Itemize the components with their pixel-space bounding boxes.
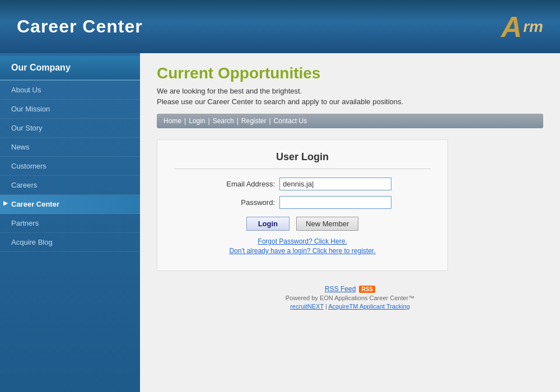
rss-line: RSS Feed RSS — [157, 285, 543, 293]
powered-by: Powered by EON Applications Career Cente… — [157, 295, 543, 301]
forgot-password-link[interactable]: Forgot Password? Click Here. — [174, 237, 431, 245]
login-box: User Login Email Address: Password: Logi… — [157, 139, 448, 271]
recruit-next-link[interactable]: recruitNEXT — [290, 303, 324, 310]
sidebar-section-header[interactable]: Our Company — [0, 56, 140, 81]
email-label: Email Address: — [213, 180, 275, 188]
main-content: Current Opportunities We are looking for… — [140, 53, 560, 392]
acquire-tm-link[interactable]: AcquireTM Applicant Tracking — [328, 303, 410, 310]
main-layout: Our Company About Us Our Mission Our Sto… — [0, 53, 560, 392]
button-row: Login New Member — [174, 217, 431, 231]
password-input[interactable] — [279, 196, 391, 209]
nav-home[interactable]: Home — [164, 117, 181, 125]
password-label: Password: — [213, 198, 275, 207]
logo-large-letter: A — [501, 12, 522, 41]
tagline-2: Please use our Career Center to search a… — [157, 97, 543, 106]
rss-badge: RSS — [359, 286, 375, 293]
logo-small-text: rm — [523, 18, 543, 36]
sidebar-item-careers[interactable]: Careers — [0, 176, 140, 195]
password-row: Password: — [174, 196, 431, 209]
sidebar-item-our-story[interactable]: Our Story — [0, 119, 140, 138]
email-row: Email Address: — [174, 178, 431, 190]
page-header: Career Center A rm — [0, 0, 560, 53]
sidebar-item-career-center[interactable]: Career Center — [0, 195, 140, 214]
sidebar-item-our-mission[interactable]: Our Mission — [0, 100, 140, 119]
breadcrumb-nav: Home | Login | Search | Register | Conta… — [157, 114, 543, 128]
register-link[interactable]: Don't already have a login? Click here t… — [174, 247, 431, 255]
sidebar-item-acquire-blog[interactable]: Acquire Blog — [0, 233, 140, 252]
login-button[interactable]: Login — [246, 217, 290, 231]
login-title: User Login — [174, 151, 431, 169]
sidebar-item-customers[interactable]: Customers — [0, 157, 140, 176]
sidebar-item-about-us[interactable]: About Us — [0, 81, 140, 100]
nav-login[interactable]: Login — [189, 117, 205, 125]
sidebar-item-news[interactable]: News — [0, 138, 140, 157]
new-member-button[interactable]: New Member — [296, 217, 358, 231]
page-footer: RSS Feed RSS Powered by EON Applications… — [157, 285, 543, 310]
tagline-1: We are looking for the best and the brig… — [157, 87, 543, 95]
rss-link[interactable]: RSS Feed — [325, 285, 356, 293]
page-heading: Current Opportunities — [157, 64, 543, 82]
nav-contact-us[interactable]: Contact Us — [274, 117, 307, 125]
nav-register[interactable]: Register — [241, 117, 267, 125]
sidebar: Our Company About Us Our Mission Our Sto… — [0, 53, 140, 392]
sidebar-item-partners[interactable]: Partners — [0, 214, 140, 233]
footer-links-line: recruitNEXT | AcquireTM Applicant Tracki… — [157, 303, 543, 310]
nav-search[interactable]: Search — [213, 117, 234, 125]
login-footer-links: Forgot Password? Click Here. Don't alrea… — [174, 237, 431, 255]
logo: A rm — [501, 12, 543, 41]
email-input[interactable] — [279, 178, 391, 190]
site-title: Career Center — [17, 16, 143, 37]
